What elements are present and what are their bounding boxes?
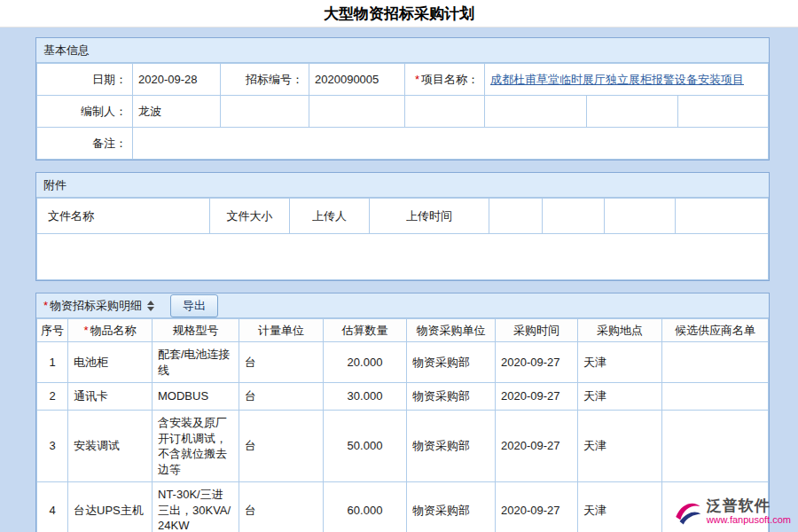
empty-cell [587, 96, 678, 128]
column-header: 上传时间 [370, 199, 489, 234]
attachments-table: 文件名称 文件大小 上传人 上传时间 [36, 198, 769, 280]
title-bar: 大型物资招标采购计划 [0, 0, 798, 27]
table-cell: 含安装及原厂开订机调试，不含就位搬去边等 [153, 411, 239, 482]
attachments-header-row: 文件名称 文件大小 上传人 上传时间 [37, 199, 769, 234]
table-cell: 天津 [578, 411, 662, 482]
table-cell: 50.000 [324, 411, 407, 482]
detail-body: 1电池柜配套/电池连接线台20.000物资采购部2020-09-27天津2通讯卡… [37, 342, 769, 532]
table-cell: 3 [37, 411, 68, 482]
main-content: 基本信息 日期： 2020-09-28 招标编号： 2020090005 *项目… [0, 27, 798, 532]
page-title: 大型物资招标采购计划 [0, 0, 798, 27]
column-header: 估算数量 [324, 319, 407, 342]
attachments-section: 附件 文件名称 文件大小 上传人 上传时间 [35, 172, 770, 281]
vendor-name: 泛普软件 [707, 497, 791, 515]
table-cell [662, 342, 769, 383]
table-row[interactable]: 2通讯卡MODBUS台30.000物资采购部2020-09-27天津 [37, 383, 769, 411]
table-cell [662, 383, 769, 411]
author-value: 龙波 [133, 96, 221, 128]
column-header: 计量单位 [239, 319, 324, 342]
table-cell: 台达UPS主机 [68, 482, 153, 532]
detail-table: 序号*物品名称规格型号计量单位估算数量物资采购单位采购时间采购地点候选供应商名单… [36, 318, 769, 532]
table-cell: 1 [37, 342, 68, 383]
table-cell: 物资采购部 [407, 383, 496, 411]
empty-cell [678, 96, 769, 128]
table-cell: 物资采购部 [407, 411, 496, 482]
empty-cell [485, 96, 587, 128]
date-value: 2020-09-28 [133, 64, 221, 96]
column-header: 物资采购单位 [407, 319, 496, 342]
table-cell: 2020-09-27 [496, 482, 578, 532]
column-header: 采购地点 [578, 319, 662, 342]
empty-cell [405, 96, 485, 128]
project-label: *项目名称： [405, 64, 485, 96]
required-asterisk: * [43, 299, 48, 312]
table-cell: 20.000 [324, 342, 407, 383]
basic-info-header: 基本信息 [36, 38, 769, 63]
attachments-header: 附件 [36, 173, 769, 198]
project-name-link[interactable]: 成都杜甫草堂临时展厅独立展柜报警设备安装项目 [490, 73, 744, 86]
required-asterisk: * [83, 324, 88, 337]
table-cell: 物资采购部 [407, 342, 496, 383]
remark-value [133, 128, 769, 160]
empty-cell [221, 96, 309, 128]
table-cell: MODBUS [153, 383, 239, 411]
table-row[interactable]: 1电池柜配套/电池连接线台20.000物资采购部2020-09-27天津 [37, 342, 769, 383]
detail-title: *物资招标采购明细 [43, 298, 142, 314]
empty-cell [309, 96, 405, 128]
table-cell: 安装调试 [68, 411, 153, 482]
fanpu-logo-icon [672, 497, 702, 527]
empty-column-header [543, 199, 605, 234]
table-cell: 2020-09-27 [496, 342, 578, 383]
table-cell: 配套/电池连接线 [153, 342, 239, 383]
sort-arrows-icon[interactable] [147, 301, 154, 311]
table-cell: 30.000 [324, 383, 407, 411]
column-header: *物品名称 [68, 319, 153, 342]
table-cell: 天津 [578, 342, 662, 383]
empty-column-header [676, 199, 769, 234]
table-cell: 物资采购部 [407, 482, 496, 532]
bid-no-value: 2020090005 [309, 64, 405, 96]
basic-info-section: 基本信息 日期： 2020-09-28 招标编号： 2020090005 *项目… [35, 37, 770, 160]
form-row: 备注： [37, 128, 769, 160]
column-header: 文件名称 [37, 199, 210, 234]
vendor-logo: 泛普软件 www.fanpusoft.com [672, 497, 791, 527]
table-cell: 台 [239, 482, 324, 532]
table-row[interactable]: 3安装调试含安装及原厂开订机调试，不含就位搬去边等台50.000物资采购部202… [37, 411, 769, 482]
table-cell: 天津 [578, 482, 662, 532]
table-cell [662, 411, 769, 482]
detail-section-header: *物资招标采购明细 导出 [36, 293, 769, 318]
empty-column-header [489, 199, 543, 234]
attachments-title: 附件 [43, 177, 66, 193]
basic-info-title: 基本信息 [43, 43, 90, 59]
form-row: 日期： 2020-09-28 招标编号： 2020090005 *项目名称： 成… [37, 64, 769, 96]
column-header: 文件大小 [210, 199, 290, 234]
export-button[interactable]: 导出 [170, 294, 218, 317]
table-cell: 台 [239, 411, 324, 482]
column-header: 序号 [37, 319, 68, 342]
table-cell: 天津 [578, 383, 662, 411]
attachments-empty-area [37, 234, 769, 280]
table-cell: 60.000 [324, 482, 407, 532]
table-row[interactable]: 4台达UPS主机NT-30K/三进三出，30KVA/24KW台60.000物资采… [37, 482, 769, 532]
table-cell: 2020-09-27 [496, 383, 578, 411]
remark-label: 备注： [37, 128, 133, 160]
form-row: 编制人： 龙波 [37, 96, 769, 128]
table-cell: 4 [37, 482, 68, 532]
author-label: 编制人： [37, 96, 133, 128]
detail-section: *物资招标采购明细 导出 序号*物品名称规格型号计量单位估算数量物资采购单位采购… [35, 293, 770, 532]
basic-info-table: 日期： 2020-09-28 招标编号： 2020090005 *项目名称： 成… [36, 63, 769, 160]
bid-no-label: 招标编号： [221, 64, 309, 96]
table-cell: 2 [37, 383, 68, 411]
column-header: 候选供应商名单 [662, 319, 769, 342]
table-cell: NT-30K/三进三出，30KVA/24KW [153, 482, 239, 532]
project-value-cell: 成都杜甫草堂临时展厅独立展柜报警设备安装项目 [485, 64, 769, 96]
column-header: 规格型号 [153, 319, 239, 342]
table-cell: 通讯卡 [68, 383, 153, 411]
vendor-url[interactable]: www.fanpusoft.com [707, 514, 791, 526]
table-cell: 2020-09-27 [496, 411, 578, 482]
date-label: 日期： [37, 64, 133, 96]
required-asterisk: * [415, 73, 419, 86]
vendor-text: 泛普软件 www.fanpusoft.com [707, 497, 791, 526]
table-cell: 台 [239, 342, 324, 383]
column-header: 上传人 [290, 199, 370, 234]
